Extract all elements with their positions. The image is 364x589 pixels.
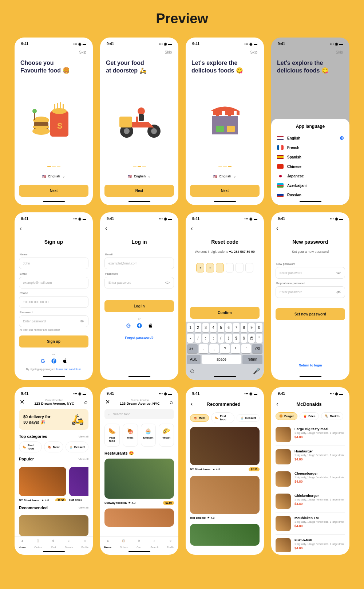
filter-chip[interactable]: 🍟Fries [300,412,319,420]
menu-item[interactable]: McChicken TM1 big tasty, 1 large french … [276,513,345,535]
back-button[interactable]: ‹ [190,399,193,409]
email-input[interactable]: example@mail.com [19,277,88,288]
lang-option-japanese[interactable]: Japanese [276,171,345,181]
feed-item[interactable]: Hot chickio★ 4.8 [190,476,260,519]
tab-cart[interactable]: 🗑Cart [51,539,56,549]
return-login-link[interactable]: Return to login [276,364,345,367]
key[interactable]: ! [231,344,240,353]
back-button[interactable]: ‹ [276,399,279,409]
key[interactable]: 1 [187,323,194,332]
key[interactable]: 5 [218,323,224,332]
key[interactable]: " [256,334,262,343]
filter-chip[interactable]: 🌯Buritto [321,412,343,420]
filter-chip[interactable]: 🍖Meat [190,414,209,422]
key[interactable]: . [199,344,208,353]
filter-chip[interactable]: 🧁Dessert [237,414,260,422]
tab-profile[interactable]: ☺Profile [82,539,89,549]
language-selector[interactable]: 🇺🇸English⌄ [104,174,174,178]
eye-icon[interactable] [336,270,341,275]
key[interactable]: 7 [233,323,240,332]
restaurant-card[interactable]: Hot chick [69,467,88,501]
terms-link[interactable]: terms and conditions [56,368,81,371]
promo-card[interactable]: $0 delivery for30 days! 🎉 🛵 [19,409,88,430]
category-card[interactable]: 🌮Vegan [159,424,174,447]
eye-icon[interactable] [79,319,84,324]
key[interactable]: 0 [256,323,262,332]
category-chip[interactable]: 🍖Meat [44,441,63,452]
menu-item[interactable]: Chickenburger1 big tasty, 1 large french… [276,490,345,513]
key[interactable]: $ [233,334,240,343]
set-password-button[interactable]: Set new password [276,308,345,320]
emoji-icon[interactable]: ☺ [189,368,195,374]
skip-button[interactable]: Skip [19,49,88,56]
category-chip[interactable]: 🧁Dessert [66,441,88,452]
key-abc[interactable]: ABC [187,355,201,364]
tab-search[interactable]: ⌕Search [150,539,158,549]
menu-icon[interactable]: ✕ [105,398,110,405]
view-all-link[interactable]: View all [79,458,88,461]
category-chip[interactable]: 🌭Fast food [19,441,42,452]
key[interactable]: ) [225,334,232,343]
key[interactable]: ' [241,344,251,353]
skip-button[interactable]: Skip [276,49,345,56]
skip-button[interactable]: Skip [190,49,260,56]
password-input[interactable]: Enter password [19,315,88,327]
key-backspace[interactable]: ⌫ [252,344,262,353]
tab-orders[interactable]: 📋Orders [120,539,127,549]
key[interactable]: / [195,334,201,343]
signup-button[interactable]: Sign up [19,335,88,347]
code-digit[interactable] [216,263,224,272]
search-icon[interactable]: ⌕ [170,399,173,405]
tab-orders[interactable]: 📋Orders [34,539,42,549]
phone-input[interactable]: +0 000 000 00 00 [19,296,88,308]
key[interactable]: 4 [210,323,217,332]
feed-item[interactable]: NY Steak hous.★ 4.8$2.50 [190,427,260,471]
password-input[interactable]: Enter password [104,277,174,288]
key-space[interactable]: space [202,355,242,364]
key[interactable]: ; [210,334,217,343]
restaurant-image[interactable] [104,459,174,499]
lang-option-russian[interactable]: Russian [276,190,345,200]
code-digit[interactable]: • [196,263,204,272]
back-button[interactable]: ‹ [104,224,174,233]
key[interactable]: 8 [241,323,247,332]
lang-option-spanish[interactable]: Spanish [276,152,345,162]
forgot-password-link[interactable]: Forgot password? [104,336,174,339]
apple-icon[interactable] [62,358,68,364]
location-value[interactable]: 123 Dream Avenue, NYC [24,401,84,405]
tab-profile[interactable]: ☺Profile [167,539,174,549]
name-input[interactable]: John [19,258,88,269]
tab-home[interactable]: ⌂Home [19,539,26,549]
next-button[interactable]: Next [190,185,260,197]
key[interactable]: , [209,344,219,353]
key[interactable]: ? [220,344,229,353]
back-button[interactable]: ‹ [276,224,345,233]
key[interactable]: : [202,334,209,343]
skip-button[interactable]: Skip [104,49,174,56]
key[interactable]: & [241,334,247,343]
key-return[interactable]: return [242,355,262,364]
key[interactable]: ( [218,334,224,343]
lang-option-english[interactable]: English [276,133,345,143]
view-all-link[interactable]: View all [79,506,88,509]
facebook-icon[interactable] [136,323,142,329]
tab-home[interactable]: ⌂Home [104,539,111,549]
apple-icon[interactable] [147,323,153,329]
code-digit[interactable] [245,263,253,272]
email-input[interactable]: example@mail.com [104,258,174,269]
next-button[interactable]: Next [104,185,174,197]
tab-cart[interactable]: 🗑Cart [136,539,142,549]
key[interactable]: 9 [248,323,255,332]
restaurant-image[interactable] [104,508,174,527]
menu-icon[interactable]: ✕ [20,398,24,405]
language-selector[interactable]: 🇺🇸 English ⌄ [19,174,88,178]
menu-item[interactable]: Filet-o-fish1 big tasty, 1 large french … [276,535,345,552]
recommended-card[interactable] [19,515,88,536]
next-button[interactable]: Next [19,185,88,197]
lang-option-azerbaijani[interactable]: Azerbaijani [276,181,345,190]
lang-option-chinese[interactable]: Chinese [276,162,345,171]
view-all-link[interactable]: View all [79,435,88,438]
key[interactable]: 6 [225,323,232,332]
language-selector[interactable]: 🇺🇸English⌄ [190,174,260,178]
code-digit[interactable] [226,263,234,272]
